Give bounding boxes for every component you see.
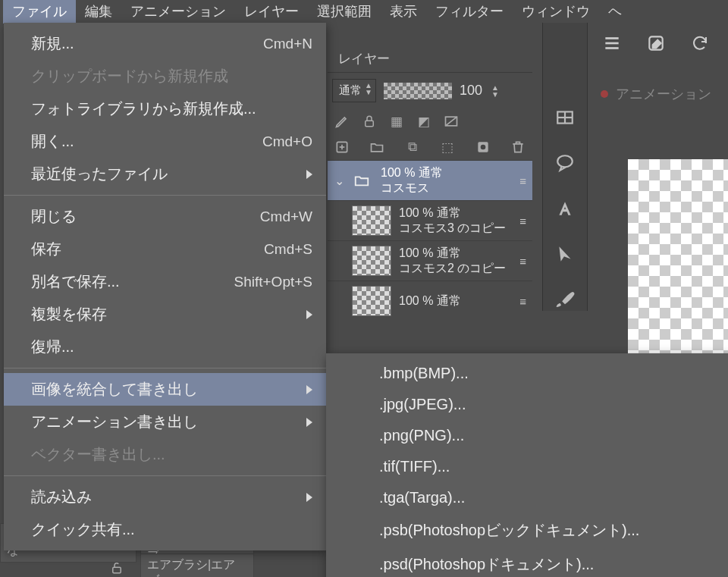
duplicate-icon[interactable]: ⧉ — [404, 139, 421, 155]
chevron-right-icon — [306, 418, 312, 427]
layer-name: コスモス — [381, 180, 512, 196]
folder-icon — [352, 172, 373, 189]
new-folder-icon[interactable] — [369, 139, 385, 155]
right-toolbar — [542, 23, 588, 311]
arrow-tool-icon[interactable] — [554, 243, 576, 265]
svg-point-11 — [557, 155, 573, 167]
layer-folder-row[interactable]: ⌄100 % 通常コスモス≡ — [328, 160, 532, 200]
layer-opacity-mode: 100 % 通常 — [399, 205, 512, 221]
menu-item[interactable]: クイック共有... — [4, 513, 326, 546]
svg-rect-0 — [366, 121, 374, 127]
menu-item[interactable]: 別名で保存...Shift+Opt+S — [4, 265, 326, 298]
chevron-right-icon — [306, 310, 312, 319]
layer-list: ⌄100 % 通常コスモス≡100 % 通常コスモス3 のコピー≡100 % 通… — [328, 160, 532, 321]
edit-icon[interactable] — [645, 32, 667, 55]
layer-row[interactable]: 100 % 通常≡ — [328, 281, 532, 321]
menu-select[interactable]: 選択範囲 — [308, 0, 381, 24]
menu-item[interactable]: 閉じるCmd+W — [4, 200, 326, 233]
submenu-item[interactable]: .bmp(BMP)... — [326, 358, 728, 389]
menu-item[interactable]: 読み込み — [4, 481, 326, 513]
speech-bubble-icon[interactable] — [554, 152, 576, 174]
stepper-icon[interactable]: ▲▼ — [491, 84, 499, 98]
layer-opacity-mode: 100 % 通常 — [381, 165, 512, 180]
mask-icon[interactable] — [475, 139, 491, 155]
chevron-right-icon — [306, 493, 312, 502]
layer-row[interactable]: 100 % 通常コスモス3 のコピー≡ — [328, 200, 532, 240]
svg-rect-16 — [113, 567, 121, 573]
menu-item-label: 復帰... — [31, 337, 74, 357]
trash-icon[interactable] — [510, 139, 526, 155]
menu-help[interactable]: ヘ — [599, 0, 631, 24]
menu-item[interactable]: 開く...Cmd+O — [4, 125, 326, 158]
merge-icon[interactable]: ⬚ — [439, 139, 456, 155]
submenu-item[interactable]: .png(PNG)... — [326, 420, 728, 451]
menu-edit[interactable]: 編集 — [76, 0, 121, 24]
svg-line-2 — [446, 117, 457, 126]
menu-item[interactable]: 画像を統合して書き出し — [4, 373, 326, 406]
menu-separator — [4, 475, 326, 476]
menu-file[interactable]: ファイル — [3, 0, 76, 24]
menu-layer[interactable]: レイヤー — [235, 0, 308, 24]
reference-icon[interactable]: ◩ — [416, 113, 432, 130]
menu-item-label: 読み込み — [31, 487, 92, 507]
menu-item-shortcut: Cmd+N — [263, 36, 312, 52]
svg-point-7 — [480, 145, 485, 150]
menu-item-shortcut: Shift+Opt+S — [234, 274, 312, 290]
alpha-lock-icon[interactable]: ▦ — [388, 113, 405, 130]
submenu-item[interactable]: .psb(Photoshopビックドキュメント)... — [326, 513, 728, 547]
submenu-item[interactable]: .tga(Targa)... — [326, 482, 728, 513]
menu-item[interactable]: 複製を保存 — [4, 298, 326, 331]
file-menu-dropdown: 新規...Cmd+Nクリップボードから新規作成フォトライブラリから新規作成...… — [4, 23, 326, 550]
menu-item-label: ベクター書き出し... — [31, 444, 165, 465]
hamburger-icon[interactable] — [601, 32, 623, 55]
menu-item-label: 別名で保存... — [31, 271, 120, 292]
text-tool-icon[interactable] — [554, 197, 576, 220]
menu-item: ベクター書き出し... — [4, 438, 326, 471]
layer-options-icon[interactable]: ≡ — [519, 255, 526, 268]
layer-thumbnail — [352, 205, 391, 236]
unlock-icon[interactable] — [110, 561, 124, 577]
menu-item-label: 新規... — [31, 33, 74, 54]
animation-tab[interactable]: アニメーション — [601, 85, 711, 103]
layer-opacity-mode: 100 % 通常 — [399, 246, 512, 261]
menu-item-label: クイック共有... — [31, 519, 135, 540]
opacity-value[interactable]: 100 — [460, 83, 482, 99]
menu-item[interactable]: アニメーション書き出し — [4, 406, 326, 438]
menu-item[interactable]: 保存Cmd+S — [4, 233, 326, 265]
layer-options-icon[interactable]: ≡ — [519, 295, 526, 308]
refresh-icon[interactable] — [689, 32, 711, 55]
opacity-preview[interactable] — [384, 83, 452, 99]
submenu-item[interactable]: .tif(TIFF)... — [326, 451, 728, 482]
layer-options-icon[interactable]: ≡ — [519, 215, 526, 227]
layer-opacity-mode: 100 % 通常 — [399, 293, 512, 309]
menu-item[interactable]: 最近使ったファイル — [4, 158, 326, 190]
menu-item[interactable]: フォトライブラリから新規作成... — [4, 93, 326, 125]
menu-item-label: 画像を統合して書き出し — [31, 379, 198, 400]
record-dot-icon — [601, 90, 608, 98]
layer-thumbnail — [352, 246, 391, 276]
menu-item[interactable]: 新規...Cmd+N — [4, 27, 326, 60]
menu-item-label: 保存 — [31, 239, 61, 259]
menu-view[interactable]: 表示 — [381, 0, 426, 24]
pen-lock-icon[interactable] — [334, 113, 350, 130]
new-layer-icon[interactable] — [334, 139, 350, 155]
submenu-item[interactable]: .psd(Photoshopドキュメント)... — [326, 547, 728, 577]
disable-mask-icon[interactable] — [443, 113, 460, 130]
layers-panel-title[interactable]: レイヤー — [328, 45, 532, 73]
menu-item-shortcut: Cmd+S — [264, 241, 312, 258]
layer-row[interactable]: 100 % 通常コスモス2 のコピー≡ — [328, 240, 532, 281]
menu-window[interactable]: ウィンドウ — [513, 0, 599, 24]
animation-tab-label: アニメーション — [616, 85, 711, 103]
lock-icon[interactable] — [361, 113, 378, 130]
menu-filter[interactable]: フィルター — [426, 0, 513, 24]
menu-item-label: アニメーション書き出し — [31, 412, 198, 432]
chevron-down-icon[interactable]: ⌄ — [334, 174, 344, 188]
menu-animation[interactable]: アニメーション — [121, 0, 235, 24]
menu-item[interactable]: 復帰... — [4, 331, 326, 363]
blend-mode-select[interactable]: 通常 ▲▼ — [332, 79, 376, 102]
titlebar-icons — [601, 32, 711, 55]
perspective-tool-icon[interactable] — [554, 106, 576, 129]
submenu-item[interactable]: .jpg(JPEG)... — [326, 389, 728, 420]
layer-options-icon[interactable]: ≡ — [519, 174, 526, 187]
brush-tool-icon[interactable] — [554, 288, 576, 311]
